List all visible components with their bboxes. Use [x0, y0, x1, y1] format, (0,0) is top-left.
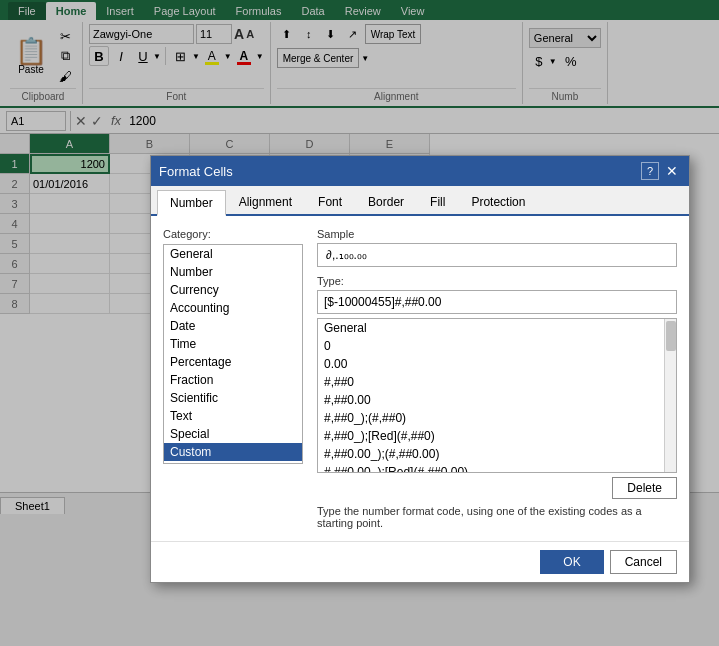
category-section: Category: General Number Currency Accoun…	[163, 228, 303, 514]
dialog-tab-border[interactable]: Border	[355, 190, 417, 214]
list-item[interactable]: General	[164, 245, 302, 263]
dialog-title-text: Format Cells	[159, 164, 233, 179]
list-item[interactable]: Currency	[164, 281, 302, 299]
description-text: Type the number format code, using one o…	[317, 505, 677, 514]
list-item-custom[interactable]: Custom	[164, 443, 302, 461]
type-label: Type:	[317, 275, 677, 287]
category-label: Category:	[163, 228, 303, 240]
list-item[interactable]: General	[318, 319, 676, 337]
dialog-tab-fill[interactable]: Fill	[417, 190, 458, 214]
list-item[interactable]: 0.00	[318, 355, 676, 373]
sample-label: Sample	[317, 228, 677, 240]
list-item[interactable]: #,##0	[318, 373, 676, 391]
dialog-tab-alignment[interactable]: Alignment	[226, 190, 305, 214]
list-item[interactable]: #,##0_);[Red](#,##0)	[318, 427, 676, 445]
scrollbar[interactable]	[664, 319, 676, 472]
delete-button[interactable]: Delete	[612, 477, 677, 499]
format-cells-dialog: Format Cells ? ✕ Number Alignment Font B…	[150, 155, 690, 514]
type-input[interactable]	[317, 290, 677, 314]
dialog-title-bar: Format Cells ? ✕	[151, 156, 689, 186]
dialog-tab-protection[interactable]: Protection	[458, 190, 538, 214]
sample-section: Sample ∂,.₁₀₀.₀₀	[317, 228, 677, 267]
dialog-body: Category: General Number Currency Accoun…	[151, 216, 689, 514]
list-item[interactable]: Date	[164, 317, 302, 335]
list-item[interactable]: #,##0.00_);[Red](#,##0.00)	[318, 463, 676, 473]
dialog-help-button[interactable]: ?	[641, 162, 659, 180]
dialog-tab-font[interactable]: Font	[305, 190, 355, 214]
list-item[interactable]: Fraction	[164, 371, 302, 389]
type-list: General 0 0.00 #,##0 #,##0.00 #,##0_);(#…	[317, 318, 677, 473]
dialog-tab-row: Number Alignment Font Border Fill Protec…	[151, 186, 689, 216]
list-item[interactable]: Percentage	[164, 353, 302, 371]
category-list: General Number Currency Accounting Date …	[163, 244, 303, 464]
type-section: Type:	[317, 275, 677, 314]
list-item[interactable]: #,##0.00_);(#,##0.00)	[318, 445, 676, 463]
list-item[interactable]: #,##0.00	[318, 391, 676, 409]
list-item[interactable]: Special	[164, 425, 302, 443]
right-section: Sample ∂,.₁₀₀.₀₀ Type: General 0 0.00 #,…	[317, 228, 677, 514]
list-item[interactable]: 0	[318, 337, 676, 355]
dialog-tab-number[interactable]: Number	[157, 190, 226, 216]
list-item[interactable]: Text	[164, 407, 302, 425]
list-item[interactable]: Scientific	[164, 389, 302, 407]
list-item[interactable]: #,##0_);(#,##0)	[318, 409, 676, 427]
dialog-close-button[interactable]: ✕	[663, 162, 681, 180]
sample-box: ∂,.₁₀₀.₀₀	[317, 243, 677, 267]
list-item[interactable]: Time	[164, 335, 302, 353]
list-item[interactable]: Number	[164, 263, 302, 281]
list-item[interactable]: Accounting	[164, 299, 302, 317]
